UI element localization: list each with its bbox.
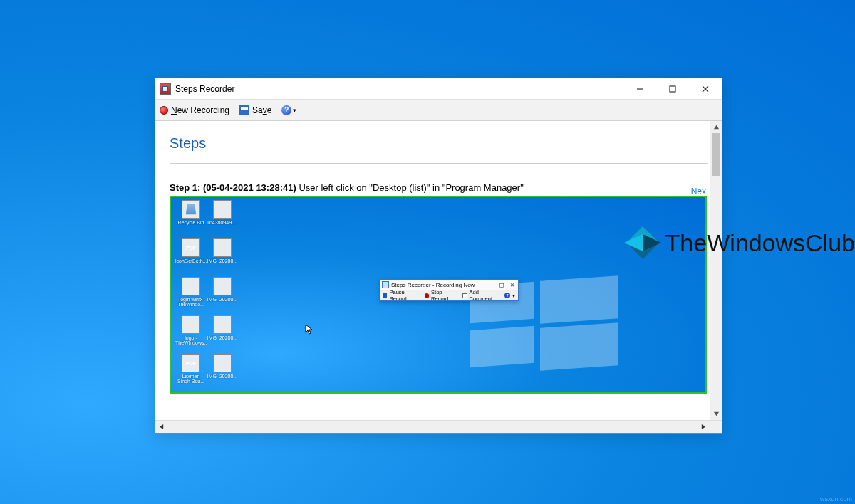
pause-icon [383,293,387,298]
desktop-icon[interactable]: Laxman Singh Bou... [175,354,207,392]
mini-titlebar[interactable]: Steps Recorder - Recording Now — □ ✕ [380,280,518,290]
toolbar: New Recording Save ? ▾ [155,100,722,121]
icon-label: Recycle Bin [175,220,207,225]
scroll-track[interactable] [167,421,698,433]
save-icon [239,105,249,115]
minimize-button[interactable]: — [487,281,495,288]
mini-window-title: Steps Recorder - Recording Now [391,282,475,288]
scroll-left-button[interactable] [155,421,167,433]
body: Steps Nex Step 1: (05-04-2021 13:28:41) … [155,121,722,433]
close-button[interactable] [689,78,722,100]
desktop-icon[interactable]: IMG_20200... [207,277,238,315]
stop-record-button[interactable]: Stop Record [425,289,458,302]
stop-icon [425,293,429,298]
icon-label: iconGetBeth... [175,258,207,263]
recorded-screenshot[interactable]: Recycle Bin164380949_...iconGetBeth...IM… [170,196,707,394]
grey-icon [213,315,232,334]
grey-icon [213,200,232,219]
watermark: TheWindowsClub [626,226,855,259]
grey-icon [213,277,232,295]
desktop-icon[interactable]: logo - TheWindows... [175,315,207,354]
pdf-icon [182,238,200,257]
help-icon: ? [504,293,510,298]
chevron-down-icon: ▾ [293,107,296,114]
icon-label: IMG_20200... [207,297,238,302]
app-icon [382,281,389,288]
recycle-icon [182,200,200,219]
help-button[interactable]: ? ▾ [281,105,296,115]
close-button[interactable]: ✕ [508,281,517,288]
desktop-icon[interactable]: 164380949_... [207,200,238,238]
thewindowsclub-logo [626,226,660,259]
scroll-corner [710,420,722,433]
step-text: User left click on "Desktop (list)" in "… [299,182,523,193]
cursor-icon [305,324,314,337]
desktop-icon[interactable]: iconGetBeth... [175,238,207,277]
watermark-text: TheWindowsClub [665,229,855,257]
grey-icon [182,277,200,295]
new-recording-button[interactable]: New Recording [160,105,229,115]
grey-icon [182,315,200,334]
icon-label: IMG_20200... [207,335,238,340]
icon-label: logo - TheWindows... [175,335,207,345]
help-icon: ? [281,105,291,115]
grey-icon [213,354,232,372]
scroll-down-button[interactable] [710,408,722,420]
next-link[interactable]: Nex [691,187,706,196]
divider [170,163,708,164]
scroll-thumb[interactable] [712,133,720,176]
icon-label: 164380949_... [207,220,238,225]
content-area: Steps Nex Step 1: (05-04-2021 13:28:41) … [155,121,722,433]
icon-label: IMG_20200... [207,258,238,263]
page-title: Steps [170,135,708,152]
desktop-icon[interactable]: IMG_20200... [207,354,238,392]
record-icon [160,106,168,115]
minimize-button[interactable] [623,78,656,100]
add-comment-button[interactable]: Add Comment [462,289,500,302]
help-button[interactable]: ?▾ [504,293,515,299]
desktop-icon[interactable]: login winfx TheWindo... [175,277,207,315]
comment-icon [462,293,467,298]
scroll-track[interactable] [710,133,722,408]
step-prefix: Step 1: (05-04-2021 13:28:41) [170,182,299,193]
recording-toolbar-window: Steps Recorder - Recording Now — □ ✕ Pau… [380,279,519,301]
desktop-icon[interactable]: IMG_20200... [207,315,238,354]
pause-record-button[interactable]: Pause Record [383,289,420,302]
horizontal-scrollbar[interactable] [155,420,710,433]
grey-icon [213,238,232,257]
svg-rect-0 [670,86,675,92]
window-title: Steps Recorder [175,84,234,94]
icon-label: IMG_20200... [207,374,238,379]
scroll-up-button[interactable] [710,121,722,133]
vertical-scrollbar[interactable] [710,121,722,420]
desktop-icon[interactable]: IMG_20200... [207,238,238,277]
pdf-icon [182,354,200,372]
desktop-icons: Recycle Bin164380949_...iconGetBeth...IM… [175,200,238,392]
maximize-button[interactable] [656,78,689,100]
maximize-button[interactable]: □ [497,281,506,288]
scroll-right-button[interactable] [698,421,710,433]
icon-label: login winfx TheWindo... [175,297,207,307]
desktop-icon[interactable]: Recycle Bin [175,200,207,238]
icon-label: Laxman Singh Bou... [175,374,207,384]
source-credit: wsxdn.com [817,494,855,504]
titlebar[interactable]: Steps Recorder [155,78,722,100]
step-description: Step 1: (05-04-2021 13:28:41) User left … [170,182,708,193]
save-button[interactable]: Save [239,105,271,115]
app-icon [160,83,171,95]
